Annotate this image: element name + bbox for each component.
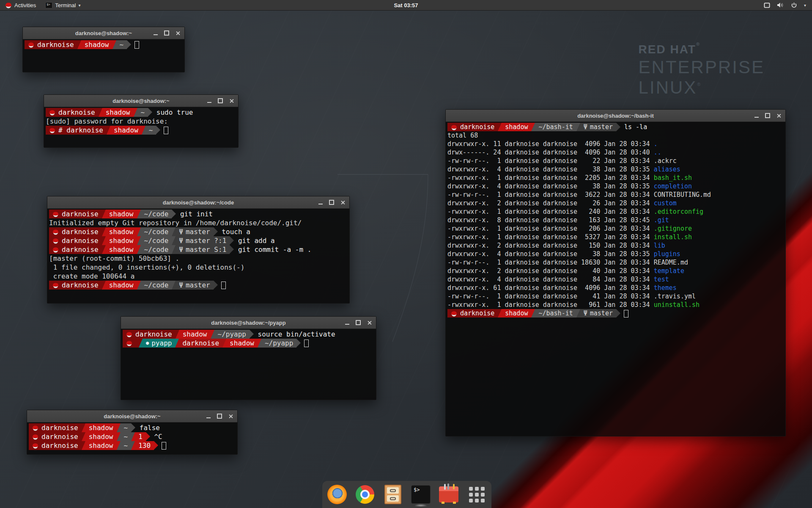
terminal-text: drwxrwxr-x. 4 darknoise darknoise 38 Jan… bbox=[447, 250, 654, 258]
terminal-text: completion bbox=[654, 182, 692, 190]
terminal-text: -rwxrwxr-x. 1 darknoise darknoise 240 Ja… bbox=[447, 207, 654, 216]
window-titlebar[interactable]: darknoise@shadow:~ bbox=[23, 27, 184, 39]
prompt-segment-user: # darknoise bbox=[46, 126, 107, 135]
activities-button[interactable]: Activities bbox=[0, 0, 41, 10]
terminal-cursor bbox=[624, 310, 628, 318]
terminal-line: [master (root-commit) 50bcb63] . bbox=[49, 254, 348, 263]
prompt-segment-host: shadow bbox=[81, 40, 112, 49]
terminal-text: drwxrwxr-x. 2 darknoise darknoise 26 Jan… bbox=[447, 199, 654, 207]
window-title: darknoise@shadow:~ bbox=[112, 98, 169, 104]
dock-files-icon[interactable] bbox=[383, 484, 403, 505]
terminal-line: drwxrwxr-x. 11 darknoise darknoise 4096 … bbox=[447, 140, 784, 148]
dock-firefox-icon[interactable] bbox=[327, 484, 347, 505]
segment-separator bbox=[117, 432, 121, 441]
terminal-window[interactable]: darknoise@shadow:~/bash-itdarknoiseshado… bbox=[445, 109, 786, 436]
minimize-button[interactable] bbox=[206, 417, 211, 418]
terminal-line: create mode 100644 a bbox=[49, 272, 348, 281]
segment-separator bbox=[102, 281, 106, 290]
window-titlebar[interactable]: darknoise@shadow:~ bbox=[27, 410, 237, 422]
maximize-button[interactable] bbox=[217, 414, 222, 419]
minimize-button[interactable] bbox=[345, 324, 349, 325]
prompt-segment-user: darknoise bbox=[49, 281, 102, 290]
terminal-line: darknoiseshadow~/codeΨmaster ?:1 git add… bbox=[49, 236, 348, 245]
terminal-window[interactable]: darknoise@shadow:~/pyappdarknoiseshadow~… bbox=[121, 316, 376, 400]
terminal-content[interactable]: darknoiseshadow~ bbox=[23, 39, 184, 72]
segment-separator bbox=[137, 210, 141, 218]
window-controls bbox=[754, 110, 781, 121]
maximize-button[interactable] bbox=[218, 98, 223, 103]
minimize-button[interactable] bbox=[754, 117, 759, 118]
terminal-content[interactable]: darknoiseshadow~/pyapp source bin/activa… bbox=[121, 329, 376, 400]
window-titlebar[interactable]: darknoise@shadow:~/pyapp bbox=[121, 317, 376, 329]
terminal-content[interactable]: darknoiseshadow~/bash-itΨmaster ls -lato… bbox=[446, 121, 785, 436]
maximize-button[interactable] bbox=[356, 320, 361, 325]
terminal-window[interactable]: darknoise@shadow:~darknoiseshadow~ bbox=[22, 27, 185, 72]
segment-separator bbox=[531, 123, 535, 131]
minimize-button[interactable] bbox=[207, 102, 211, 103]
redhat-icon bbox=[52, 229, 59, 235]
system-status-area[interactable]: ▾ bbox=[764, 0, 812, 10]
close-button[interactable] bbox=[228, 414, 233, 419]
dock-app-grid-icon[interactable] bbox=[467, 484, 486, 505]
app-menu[interactable]: $> Terminal ▾ bbox=[41, 0, 85, 10]
prompt-arrow-icon bbox=[214, 227, 218, 236]
segment-separator bbox=[99, 108, 102, 117]
dock-toolbox-icon[interactable] bbox=[439, 484, 458, 505]
window-titlebar[interactable]: darknoise@shadow:~/code bbox=[47, 196, 349, 209]
close-button[interactable] bbox=[340, 200, 345, 205]
prompt-arrow-icon bbox=[214, 281, 218, 289]
prompt-segment-host: shadow bbox=[502, 309, 531, 318]
prompt-segment-path: ~ bbox=[121, 432, 132, 441]
minimize-button[interactable] bbox=[318, 204, 323, 204]
close-button[interactable] bbox=[776, 113, 781, 118]
terminal-window[interactable]: darknoise@shadow:~darknoiseshadow~ sudo … bbox=[44, 94, 239, 148]
terminal-text: drwxrwxr-x. 4 darknoise darknoise 38 Jan… bbox=[447, 182, 654, 190]
terminal-cursor bbox=[304, 340, 309, 347]
terminal-text: false bbox=[135, 423, 160, 432]
terminal-line: darknoiseshadow~/codeΨmaster S:1 git com… bbox=[49, 245, 348, 254]
git-branch-icon: Ψ bbox=[179, 245, 183, 254]
running-indicator bbox=[412, 502, 430, 506]
redhat-branding: RED HAT® ENTERPRISE LINUX® bbox=[639, 41, 765, 98]
window-titlebar[interactable]: darknoise@shadow:~/bash-it bbox=[446, 110, 785, 122]
close-button[interactable] bbox=[229, 99, 234, 103]
prompt-segment-path: ~/code bbox=[141, 281, 172, 290]
terminal-content[interactable]: darknoiseshadow~/code git initInitialize… bbox=[47, 208, 349, 303]
prompt-segment-git: Ψmaster bbox=[176, 281, 213, 290]
terminal-text: uninstall.sh bbox=[654, 301, 700, 309]
segment-separator bbox=[107, 126, 110, 135]
close-button[interactable] bbox=[367, 320, 372, 325]
terminal-line: 1 file changed, 0 insertions(+), 0 delet… bbox=[49, 263, 348, 272]
window-controls bbox=[206, 410, 233, 422]
prompt-segment-path: ~/code bbox=[141, 236, 172, 245]
dock-chrome-icon[interactable] bbox=[355, 484, 375, 505]
minimize-button[interactable] bbox=[154, 34, 158, 35]
terminal-window[interactable]: darknoise@shadow:~darknoiseshadow~ false… bbox=[27, 410, 238, 455]
terminal-text: template bbox=[654, 267, 684, 275]
dock-terminal-icon[interactable]: $> bbox=[411, 484, 431, 505]
segment-separator bbox=[172, 281, 176, 290]
prompt-segment-user: darknoise bbox=[49, 227, 102, 236]
terminal-window[interactable]: darknoise@shadow:~/codedarknoiseshadow~/… bbox=[47, 196, 350, 304]
redhat-icon bbox=[126, 340, 132, 346]
maximize-button[interactable] bbox=[164, 30, 169, 36]
terminal-content[interactable]: darknoiseshadow~ sudo true[sudo] passwor… bbox=[44, 107, 238, 147]
git-branch-icon: Ψ bbox=[584, 309, 587, 318]
clock[interactable]: Sat 03:57 bbox=[394, 2, 418, 8]
brand-line1: RED HAT bbox=[639, 43, 696, 56]
close-button[interactable] bbox=[176, 31, 180, 36]
terminal-line: darknoiseshadow~/bash-itΨmaster bbox=[447, 309, 784, 318]
terminal-line: drwxrwxr-x. 2 darknoise darknoise 150 Ja… bbox=[447, 241, 784, 250]
terminal-line: -rw-rw-r--. 1 darknoise darknoise 41 Jan… bbox=[447, 292, 784, 301]
maximize-button[interactable] bbox=[765, 113, 770, 118]
window-titlebar[interactable]: darknoise@shadow:~ bbox=[44, 95, 238, 107]
activities-label: Activities bbox=[14, 2, 36, 8]
prompt-segment-host: shadow bbox=[226, 339, 258, 348]
redhat-icon bbox=[49, 127, 55, 133]
terminal-app-icon: $> bbox=[45, 2, 52, 8]
maximize-button[interactable] bbox=[329, 200, 334, 205]
redhat-icon bbox=[451, 124, 457, 130]
redhat-icon bbox=[126, 331, 132, 337]
terminal-content[interactable]: darknoiseshadow~ falsedarknoiseshadow~1 … bbox=[27, 422, 237, 454]
terminal-text: source bin/activate bbox=[254, 330, 335, 339]
